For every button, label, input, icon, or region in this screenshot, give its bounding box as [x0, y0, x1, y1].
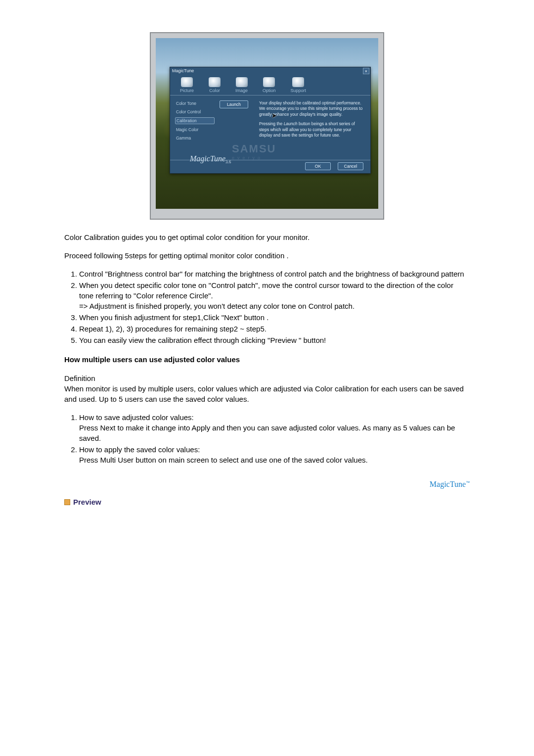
tab-label: Option [263, 88, 276, 93]
cursor-icon: ➤ [271, 111, 277, 120]
info-paragraph: Pressing the Launch button beings a shor… [259, 121, 364, 138]
tab-bar: Picture Color Image Option Support [170, 74, 370, 95]
picture-icon [181, 77, 193, 87]
list-item: When you detect specific color tone on "… [79, 280, 470, 311]
ok-button[interactable]: OK [305, 162, 331, 170]
list-item-title: How to apply the saved color values: [79, 445, 200, 454]
color-sidebar: Color Tone Color Control Calibration Mag… [175, 100, 215, 155]
definition-label: Definition [64, 374, 470, 382]
option-icon [263, 77, 275, 87]
page: MagicTune × Picture Color Image Option S… [64, 32, 470, 506]
steps-list: Control "Brightness control bar" for mat… [79, 269, 470, 345]
sidebar-item-color-control[interactable]: Color Control [175, 109, 215, 115]
sidebar-item-color-tone[interactable]: Color Tone [175, 100, 215, 106]
list-item: Repeat 1), 2), 3) procedures for remaini… [79, 324, 470, 334]
howto-list: How to save adjusted color values: Press… [79, 412, 470, 465]
tab-option[interactable]: Option [263, 77, 276, 93]
definition-text: When monitor is used by multiple users, … [64, 383, 470, 404]
tab-label: Support [291, 88, 307, 93]
watermark-brand: SAMSU [232, 142, 360, 155]
sidebar-item-calibration[interactable]: Calibration [175, 117, 215, 124]
screen: MagicTune × Picture Color Image Option S… [156, 38, 378, 209]
monitor-frame: MagicTune × Picture Color Image Option S… [150, 32, 384, 220]
tab-label: Image [235, 88, 248, 93]
support-icon [292, 77, 304, 87]
list-item: You can easily view the calibration effe… [79, 335, 470, 345]
sidebar-item-gamma[interactable]: Gamma [175, 135, 215, 141]
list-item: When you finish adjustment for step1,Cli… [79, 312, 470, 323]
tab-label: Color [209, 88, 220, 93]
list-item: How to save adjusted color values: Press… [79, 412, 470, 443]
document-body: Color Calibration guides you to get opti… [64, 232, 470, 506]
tab-color[interactable]: Color [209, 77, 221, 93]
list-item-body: Press Next to make it change into Apply … [79, 424, 455, 442]
tab-label: Picture [180, 88, 194, 93]
dotted-rule [64, 484, 425, 485]
image-icon [236, 77, 248, 87]
watermark-tagline: everyo [232, 155, 360, 160]
tab-image[interactable]: Image [235, 77, 248, 93]
color-icon [209, 77, 221, 87]
list-item: Control "Brightness control bar" for mat… [79, 269, 470, 279]
square-bullet-icon [64, 499, 70, 505]
close-icon[interactable]: × [363, 68, 369, 74]
list-item: How to apply the saved color values: Pre… [79, 444, 470, 465]
sidebar-item-magic-color[interactable]: Magic Color [175, 127, 215, 133]
preview-label: Preview [73, 498, 101, 506]
tab-support[interactable]: Support [291, 77, 307, 93]
window-title: MagicTune [172, 68, 194, 73]
intro-paragraph: Proceed following 5steps for getting opt… [64, 250, 470, 261]
window-titlebar: MagicTune × [170, 67, 370, 74]
section-divider: MagicTune™ [64, 480, 470, 489]
intro-paragraph: Color Calibration guides you to get opti… [64, 232, 470, 242]
section-heading: How multiple users can use adjusted colo… [64, 355, 470, 364]
list-item-body: Press Multi User button on main screen t… [79, 456, 368, 464]
watermark: SAMSU everyo [232, 142, 360, 160]
magictune-logo: MagicTune™ [430, 480, 470, 489]
cancel-button[interactable]: Cancel [338, 162, 363, 170]
magictune-window: MagicTune × Picture Color Image Option S… [170, 67, 371, 174]
launch-button[interactable]: Launch [220, 100, 248, 108]
tab-picture[interactable]: Picture [180, 77, 194, 93]
preview-heading: Preview [64, 498, 470, 506]
magictune-logo: MagicTune3.6 [190, 154, 231, 164]
list-item-title: How to save adjusted color values: [79, 413, 194, 422]
